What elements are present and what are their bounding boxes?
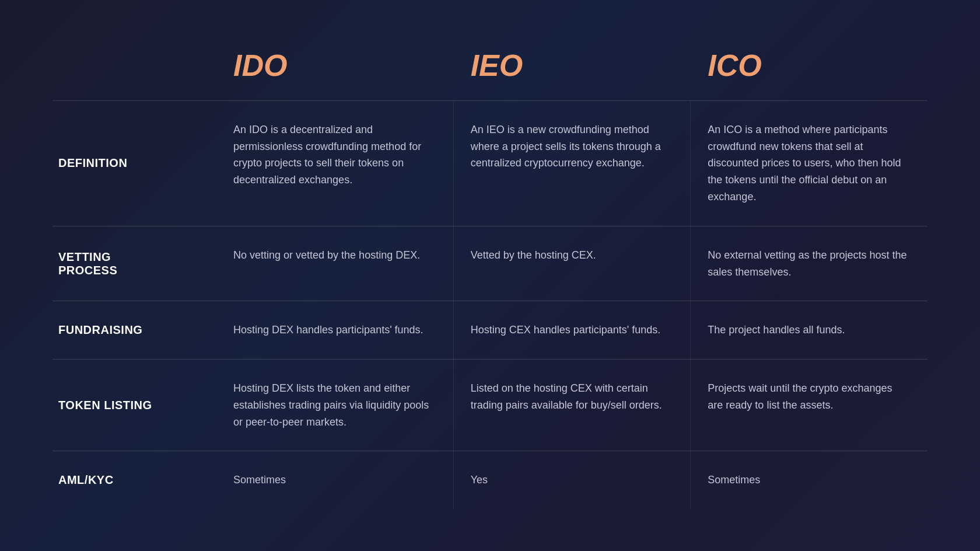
header-ico: ICO — [690, 42, 928, 89]
cell-ieo-fundraising: Hosting CEX handles participants' funds. — [453, 301, 691, 359]
cell-ieo-definition: An IEO is a new crowdfunding method wher… — [453, 101, 691, 226]
cell-ico-token-listing: Projects wait until the crypto exchanges… — [690, 360, 928, 451]
cell-ido-fundraising: Hosting DEX handles participants' funds. — [216, 301, 453, 359]
comparison-table: IDO IEO ICO DEFINITION An IDO is a decen… — [52, 42, 928, 510]
row-vetting: VETTING PROCESS No vetting or vetted by … — [52, 226, 928, 301]
row-definition: DEFINITION An IDO is a decentralized and… — [52, 100, 928, 226]
cell-ido-token-listing: Hosting DEX lists the token and either e… — [216, 360, 453, 451]
header-row: IDO IEO ICO — [52, 42, 928, 100]
row-aml-kyc: AML/KYC Sometimes Yes Sometimes — [52, 451, 928, 509]
header-ido: IDO — [216, 42, 453, 89]
cell-ieo-aml-kyc: Yes — [453, 451, 691, 509]
cell-ieo-vetting: Vetted by the hosting CEX. — [453, 226, 691, 301]
cell-ico-fundraising: The project handles all funds. — [690, 301, 928, 359]
cell-ico-vetting: No external vetting as the projects host… — [690, 226, 928, 301]
cell-ido-vetting: No vetting or vetted by the hosting DEX. — [216, 226, 453, 301]
row-fundraising: FUNDRAISING Hosting DEX handles particip… — [52, 301, 928, 359]
label-vetting: VETTING PROCESS — [52, 226, 216, 301]
label-token-listing: TOKEN LISTING — [52, 360, 216, 451]
header-ieo: IEO — [453, 42, 691, 89]
row-token-listing: TOKEN LISTING Hosting DEX lists the toke… — [52, 359, 928, 451]
header-spacer — [52, 42, 216, 89]
label-aml-kyc: AML/KYC — [52, 451, 216, 509]
cell-ido-aml-kyc: Sometimes — [216, 451, 453, 509]
cell-ico-aml-kyc: Sometimes — [690, 451, 928, 509]
label-fundraising: FUNDRAISING — [52, 301, 216, 359]
cell-ieo-token-listing: Listed on the hosting CEX with certain t… — [453, 360, 691, 451]
cell-ido-definition: An IDO is a decentralized and permission… — [216, 101, 453, 226]
label-definition: DEFINITION — [52, 101, 216, 226]
cell-ico-definition: An ICO is a method where participants cr… — [690, 101, 928, 226]
